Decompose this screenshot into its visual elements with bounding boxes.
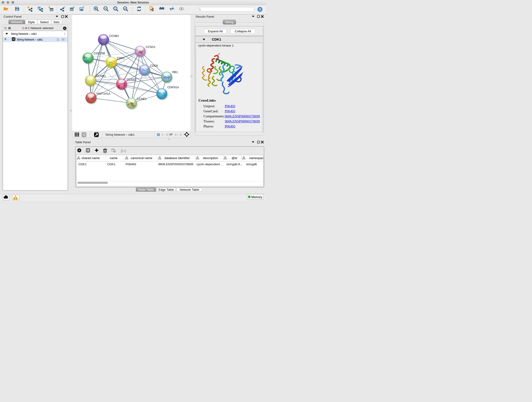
- svg-text:CCNE1: CCNE1: [137, 97, 147, 101]
- svg-text:CDC6: CDC6: [150, 64, 158, 67]
- svg-text:RB1: RB1: [172, 70, 178, 74]
- svg-text:CDKN1A: CDKN1A: [167, 86, 179, 89]
- svg-text:CCNB1: CCNB1: [96, 75, 106, 78]
- svg-text:CDC25B: CDC25B: [94, 52, 105, 55]
- svg-text:HIST1H1A: HIST1H1A: [97, 92, 110, 95]
- svg-text:CCNA2: CCNA2: [127, 78, 137, 82]
- svg-text:CCNB2: CCNB2: [109, 34, 119, 38]
- svg-text:?: ?: [259, 7, 261, 12]
- svg-text:CCNA1: CCNA1: [146, 45, 155, 49]
- svg-text:CDK1: CDK1: [117, 57, 124, 60]
